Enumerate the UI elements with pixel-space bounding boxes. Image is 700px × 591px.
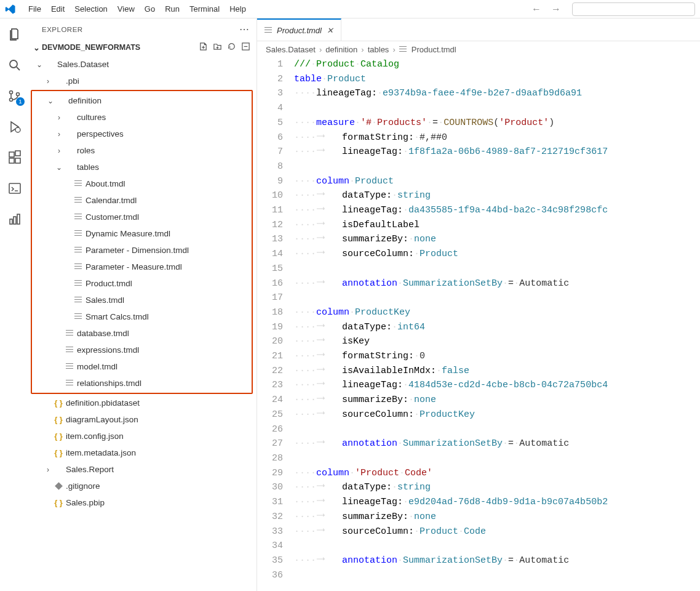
tree-folder[interactable]: ›roles — [32, 142, 252, 159]
file-type-icon: { } — [53, 448, 64, 457]
file-type-icon — [64, 379, 75, 388]
new-file-icon[interactable] — [199, 42, 208, 53]
line-gutter: 1234567891011121314151617181920212223242… — [257, 57, 294, 591]
new-folder-icon[interactable] — [213, 42, 222, 53]
tree-label: Product.tmdl — [86, 279, 132, 288]
tree-file[interactable]: Smart Calcs.tmdl — [32, 308, 252, 325]
scm-badge: 1 — [16, 97, 25, 106]
tree-label: diagramLayout.json — [66, 415, 138, 424]
menu-help[interactable]: Help — [225, 4, 251, 14]
code-editor[interactable]: 1234567891011121314151617181920212223242… — [257, 57, 700, 591]
tree-label: Dynamic Measure.tmdl — [86, 229, 170, 238]
command-palette-input[interactable] — [572, 2, 695, 16]
svg-rect-8 — [15, 158, 20, 163]
menu-view[interactable]: View — [113, 4, 140, 14]
code-content[interactable]: ///·Product·Catalogtable·Product····line… — [294, 57, 700, 591]
activity-explorer[interactable] — [6, 26, 23, 43]
file-type-icon — [64, 362, 75, 371]
tree-file[interactable]: Dynamic Measure.tmdl — [32, 225, 252, 242]
activity-search[interactable] — [6, 57, 23, 74]
breadcrumbs[interactable]: Sales.Dataset › definition › tables › Pr… — [257, 41, 700, 57]
tree-file[interactable]: { }definition.pbidataset — [30, 395, 257, 411]
breadcrumb-item[interactable]: Sales.Dataset — [266, 45, 316, 54]
tree-folder[interactable]: ›cultures — [32, 109, 252, 126]
nav-back-icon[interactable]: ← — [531, 4, 541, 15]
activity-run-debug[interactable] — [6, 118, 23, 135]
tree-label: Smart Calcs.tmdl — [86, 312, 149, 321]
refresh-icon[interactable] — [227, 42, 236, 53]
svg-rect-7 — [9, 158, 14, 163]
tab-product-tmdl[interactable]: Product.tmdl ✕ — [257, 18, 341, 41]
tree-file[interactable]: Parameter - Measure.tmdl — [32, 259, 252, 275]
tree-file[interactable]: Calendar.tmdl — [32, 192, 252, 209]
sidebar-more-icon[interactable]: ⋯ — [239, 23, 250, 35]
activity-source-control[interactable]: 1 — [6, 87, 23, 105]
chevron-down-icon: ⌄ — [33, 43, 39, 52]
tree-folder[interactable]: ›Sales.Report — [30, 461, 257, 478]
chevron-right-icon: › — [361, 45, 364, 54]
svg-point-4 — [17, 93, 20, 96]
tree-file[interactable]: { }diagramLayout.json — [30, 411, 257, 428]
tree-file[interactable]: Product.tmdl — [32, 275, 252, 292]
chevron-right-icon: › — [392, 45, 395, 54]
tree-label: Parameter - Dimension.tmdl — [86, 246, 189, 255]
tree-file[interactable]: database.tmdl — [32, 325, 252, 342]
breadcrumb-item[interactable]: tables — [368, 45, 389, 54]
tree-label: model.tmdl — [77, 362, 117, 371]
tabs-bar: Product.tmdl ✕ — [257, 18, 700, 41]
breadcrumb-item[interactable]: definition — [325, 45, 357, 54]
nav-forward-icon[interactable]: → — [551, 4, 561, 15]
svg-rect-12 — [14, 217, 16, 224]
tree-folder[interactable]: ›perspectives — [32, 126, 252, 142]
file-type-icon — [73, 246, 84, 255]
chevron-icon: ⌄ — [54, 163, 64, 172]
menu-file[interactable]: File — [23, 4, 46, 14]
menu-selection[interactable]: Selection — [70, 4, 112, 14]
breadcrumb-item[interactable]: Product.tmdl — [412, 45, 456, 54]
tree-file[interactable]: .gitignore — [30, 478, 257, 494]
tree-file[interactable]: expressions.tmdl — [32, 342, 252, 358]
tree-file[interactable]: Customer.tmdl — [32, 209, 252, 225]
activity-extensions[interactable] — [6, 149, 23, 166]
tree-folder-definition[interactable]: ⌄definition — [32, 92, 252, 109]
tree-label: cultures — [77, 113, 106, 122]
file-type-icon — [73, 212, 84, 222]
menubar: FileEditSelectionViewGoRunTerminalHelp ←… — [0, 0, 700, 18]
file-type-icon — [73, 296, 84, 305]
menu-terminal[interactable]: Terminal — [185, 4, 225, 14]
explorer-sidebar: EXPLORER ⋯ ⌄ DEVMODE_NEWFORMATS — [30, 18, 257, 591]
tree-label: Calendar.tmdl — [86, 196, 137, 205]
tree-label: Sales.Report — [66, 465, 114, 474]
chevron-icon: ⌄ — [46, 97, 55, 105]
tree-file[interactable]: { }item.metadata.json — [30, 444, 257, 461]
activity-terminal[interactable] — [6, 180, 23, 197]
tree-file[interactable]: Sales.tmdl — [32, 292, 252, 308]
tree-file[interactable]: { }Sales.pbip — [30, 494, 257, 511]
tree-label: item.metadata.json — [66, 448, 136, 457]
chevron-icon: › — [43, 77, 53, 86]
tree-folder[interactable]: ⌄tables — [32, 159, 252, 175]
tree-label: Sales.tmdl — [86, 296, 124, 305]
vscode-icon — [5, 4, 16, 15]
svg-point-5 — [15, 127, 20, 132]
project-header[interactable]: ⌄ DEVMODE_NEWFORMATS — [30, 40, 257, 55]
tree-label: item.config.json — [66, 432, 124, 441]
chevron-icon: › — [54, 147, 64, 155]
tree-label: Customer.tmdl — [86, 212, 139, 222]
tree-label: definition.pbidataset — [66, 398, 140, 408]
close-icon[interactable]: ✕ — [327, 26, 333, 35]
file-icon — [264, 26, 272, 35]
menu-run[interactable]: Run — [160, 4, 185, 14]
tree-file[interactable]: { }item.config.json — [30, 428, 257, 444]
tree-file[interactable]: relationships.tmdl — [32, 375, 252, 392]
tree-label: .gitignore — [66, 481, 100, 491]
tree-file[interactable]: About.tmdl — [32, 175, 252, 192]
activity-powerbi[interactable] — [6, 211, 23, 228]
tree-root[interactable]: ⌄Sales.Dataset — [30, 56, 257, 73]
menu-edit[interactable]: Edit — [46, 4, 70, 14]
menu-go[interactable]: Go — [140, 4, 160, 14]
collapse-icon[interactable] — [241, 42, 250, 53]
tree-folder[interactable]: ›.pbi — [30, 73, 257, 89]
tree-file[interactable]: Parameter - Dimension.tmdl — [32, 242, 252, 259]
tree-file[interactable]: model.tmdl — [32, 358, 252, 375]
